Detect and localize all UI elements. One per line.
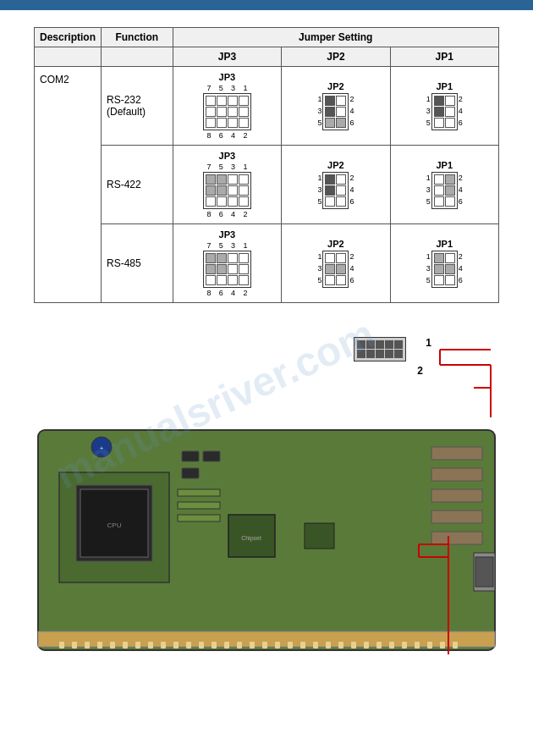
svg-rect-33 [389,642,394,648]
func-rs485: RS-485 [102,224,173,303]
svg-rect-32 [376,642,382,648]
mini-jumper-grid [354,337,406,361]
svg-rect-8 [72,642,77,648]
svg-rect-45 [305,523,334,549]
svg-text:CPU: CPU [107,521,122,529]
svg-text:Chipset: Chipset [241,535,261,542]
jp3-rs485: JP3 7531 [173,224,282,303]
col-desc-empty [35,47,102,67]
svg-rect-56 [178,489,220,496]
jp2-rs485: JP2 135 [282,224,390,303]
col-description: Description [35,28,102,47]
jp1-rs485: JP1 135 [390,224,498,303]
svg-rect-35 [415,642,420,648]
svg-rect-46 [431,447,482,460]
svg-rect-15 [161,642,166,648]
svg-rect-17 [186,642,191,648]
svg-rect-9 [85,642,90,648]
svg-rect-47 [431,468,482,481]
col-jumper-setting: Jumper Setting [173,28,498,47]
svg-text:+: + [100,445,103,451]
svg-rect-13 [135,642,140,648]
svg-rect-55 [182,468,199,478]
svg-rect-24 [275,642,280,648]
jp3-rs422: JP3 7531 [173,146,282,224]
svg-rect-11 [110,642,115,648]
svg-rect-21 [237,642,242,648]
main-content: Description Function Jumper Setting JP3 … [0,10,533,701]
svg-rect-10 [97,642,102,648]
svg-rect-16 [173,642,179,648]
jp2-rs422: JP2 135 [282,146,390,224]
col-jp1-header: JP1 [390,47,498,67]
svg-rect-29 [338,642,343,648]
pcb-board: CPU Chipset [34,405,516,667]
col-jp3-header: JP3 [173,47,282,67]
svg-rect-48 [431,489,482,502]
col-function: Function [102,28,173,47]
svg-rect-14 [148,642,153,648]
svg-rect-34 [402,642,407,648]
svg-rect-28 [326,642,331,648]
svg-rect-31 [364,642,369,648]
col-jp2-header: JP2 [282,47,390,67]
svg-rect-23 [262,642,267,648]
svg-rect-53 [182,451,199,461]
col-func-empty [102,47,173,67]
svg-rect-30 [351,642,356,648]
svg-rect-37 [440,642,445,648]
svg-rect-36 [427,642,432,648]
header-bar [0,0,533,10]
svg-rect-50 [431,532,482,544]
svg-rect-49 [431,510,482,523]
jumper-table: Description Function Jumper Setting JP3 … [34,27,499,303]
svg-rect-25 [288,642,293,648]
jp1-rs232: JP1 135 [390,67,498,146]
svg-rect-58 [178,515,220,521]
svg-rect-19 [212,642,217,648]
svg-rect-18 [199,642,204,648]
jp3-rs232: JP3 7531 [173,67,282,146]
svg-rect-22 [250,642,255,648]
jp2-rs232: JP2 135 [282,67,390,146]
svg-rect-26 [300,642,305,648]
svg-rect-38 [453,642,458,648]
svg-rect-52 [475,557,493,587]
svg-rect-20 [224,642,229,648]
svg-rect-57 [178,502,220,509]
jp1-rs422: JP1 135 [390,146,498,224]
label-2: 2 [417,365,423,377]
svg-rect-54 [203,451,220,461]
board-section: 1 2 [34,328,499,684]
desc-com2: COM2 [35,67,102,303]
svg-rect-12 [123,642,128,648]
func-rs232: RS-232(Default) [102,67,173,146]
svg-rect-7 [59,642,64,648]
func-rs422: RS-422 [102,146,173,224]
svg-rect-27 [313,642,318,648]
